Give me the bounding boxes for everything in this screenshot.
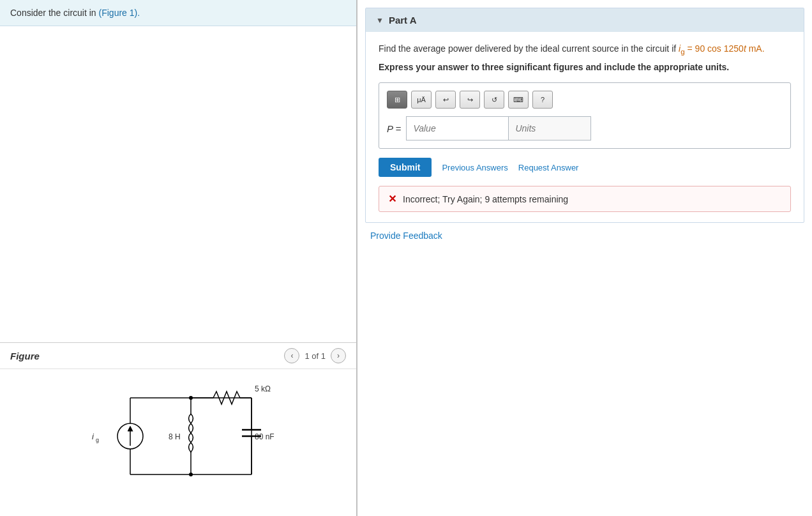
figure-header: Figure ‹ 1 of 1 › [0, 343, 356, 369]
p-label: P = [387, 123, 401, 134]
collapse-arrow-icon[interactable]: ▼ [376, 16, 384, 25]
matrix-icon: ⊞ [395, 96, 400, 104]
mu-btn[interactable]: μÄ [411, 91, 432, 109]
help-icon: ? [541, 96, 545, 103]
redo-icon: ↪ [467, 96, 473, 104]
svg-text:5 kΩ: 5 kΩ [255, 384, 271, 393]
submit-button[interactable]: Submit [379, 158, 432, 177]
consider-box: Consider the circuit in (Figure 1). [0, 0, 356, 26]
request-answer-link[interactable]: Request Answer [518, 163, 579, 172]
figure-nav: ‹ 1 of 1 › [284, 348, 346, 363]
mu-icon: μÄ [417, 96, 426, 103]
keyboard-btn[interactable]: ⌨ [508, 91, 529, 109]
part-a-label: Part A [389, 15, 417, 26]
keyboard-icon: ⌨ [513, 96, 523, 104]
value-input[interactable] [406, 116, 508, 140]
figure-section: Figure ‹ 1 of 1 › [0, 342, 356, 516]
right-panel: ▼ Part A Find the average power delivere… [357, 0, 812, 516]
matrix-btn[interactable]: ⊞ [387, 91, 407, 109]
action-row: Submit Previous Answers Request Answer [379, 158, 791, 177]
consider-text: Consider the circuit in [10, 8, 99, 18]
svg-text:8 H: 8 H [169, 432, 181, 441]
answer-box: ⊞ μÄ ↩ ↪ ↺ [379, 82, 791, 149]
redo-btn[interactable]: ↪ [460, 91, 480, 109]
svg-text:g: g [96, 437, 99, 443]
part-a-header: ▼ Part A [366, 8, 804, 32]
error-icon: ✕ [388, 193, 396, 205]
undo-btn[interactable]: ↩ [435, 91, 456, 109]
figure-title: Figure [10, 351, 40, 361]
reset-btn[interactable]: ↺ [484, 91, 504, 109]
provide-feedback-link[interactable]: Provide Feedback [370, 231, 442, 241]
question-math: ig = 90 cos 1250t mA. [679, 43, 765, 54]
reset-icon: ↺ [492, 96, 497, 104]
part-a-section: ▼ Part A Find the average power delivere… [365, 8, 804, 223]
toolbar: ⊞ μÄ ↩ ↪ ↺ [387, 91, 783, 109]
question-text: Find the average power delivered by the … [379, 42, 791, 57]
error-box: ✕ Incorrect; Try Again; 9 attempts remai… [379, 186, 791, 212]
input-row: P = [387, 116, 783, 140]
circuit-diagram: i g 5 kΩ 8 H [0, 369, 356, 516]
previous-answers-link[interactable]: Previous Answers [442, 163, 508, 172]
undo-icon: ↩ [443, 96, 449, 104]
next-figure-btn[interactable]: › [331, 348, 346, 363]
error-message: Incorrect; Try Again; 9 attempts remaini… [403, 194, 568, 204]
units-input[interactable] [508, 116, 591, 140]
part-a-body: Find the average power delivered by the … [366, 32, 804, 222]
help-btn[interactable]: ? [532, 91, 553, 109]
figure-page: 1 of 1 [304, 351, 326, 361]
instruction-text: Express your answer to three significant… [379, 62, 791, 72]
left-panel: Consider the circuit in (Figure 1). Figu… [0, 0, 357, 516]
figure-link[interactable]: (Figure 1). [99, 8, 140, 18]
question-line1: Find the average power delivered by the … [379, 43, 679, 54]
svg-text:i: i [92, 432, 94, 441]
prev-figure-btn[interactable]: ‹ [284, 348, 299, 363]
circuit-svg: i g 5 kΩ 8 H [86, 379, 290, 494]
